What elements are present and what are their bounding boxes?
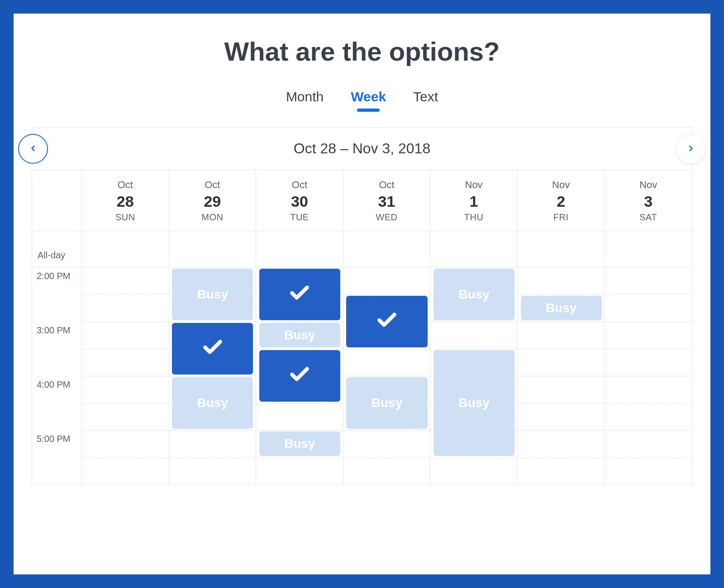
busy-slot[interactable]: Busy bbox=[259, 432, 340, 456]
busy-slot[interactable]: Busy bbox=[346, 377, 427, 429]
time-label: 5:00 PM bbox=[32, 430, 82, 457]
time-slot[interactable] bbox=[343, 267, 431, 294]
selected-slot[interactable] bbox=[259, 269, 340, 320]
time-slot[interactable] bbox=[82, 430, 169, 457]
busy-slot[interactable]: Busy bbox=[259, 323, 340, 347]
time-slot[interactable] bbox=[82, 457, 169, 484]
time-slot[interactable] bbox=[82, 294, 169, 322]
allday-cell[interactable] bbox=[256, 231, 343, 267]
busy-slot[interactable]: Busy bbox=[172, 377, 253, 429]
time-slot[interactable] bbox=[518, 376, 605, 403]
day-header[interactable]: Nov3SAT bbox=[605, 170, 692, 231]
allday-cell[interactable] bbox=[518, 231, 605, 267]
time-label bbox=[32, 294, 82, 322]
time-slot[interactable] bbox=[605, 349, 692, 376]
chevron-left-icon bbox=[29, 142, 38, 155]
date-range-label: Oct 28 – Nov 3, 2018 bbox=[32, 127, 692, 170]
day-number: 30 bbox=[256, 193, 343, 210]
time-label bbox=[32, 403, 82, 430]
time-slot[interactable] bbox=[343, 430, 431, 457]
selected-slot[interactable] bbox=[259, 350, 340, 402]
day-month: Oct bbox=[82, 179, 169, 191]
time-slot[interactable] bbox=[605, 376, 692, 403]
day-header[interactable]: Oct31WED bbox=[343, 170, 431, 231]
day-header[interactable]: Oct28SUN bbox=[82, 170, 169, 231]
time-slot[interactable] bbox=[518, 430, 605, 457]
day-number: 2 bbox=[518, 193, 605, 210]
view-tabs: Month Week Text bbox=[32, 89, 692, 109]
page-title: What are the options? bbox=[32, 36, 692, 66]
day-number: 31 bbox=[343, 193, 430, 210]
time-slot[interactable] bbox=[169, 457, 257, 484]
allday-cell[interactable] bbox=[169, 231, 257, 267]
time-slot[interactable] bbox=[605, 403, 692, 430]
time-slot[interactable] bbox=[518, 349, 605, 376]
allday-cell[interactable] bbox=[430, 231, 518, 267]
allday-cell[interactable] bbox=[82, 231, 169, 267]
next-week-button[interactable] bbox=[676, 134, 706, 164]
tab-text[interactable]: Text bbox=[413, 89, 438, 109]
gutter bbox=[32, 170, 82, 231]
day-weekday: SUN bbox=[82, 212, 169, 223]
busy-slot[interactable]: Busy bbox=[172, 269, 253, 320]
prev-week-button[interactable] bbox=[18, 134, 48, 164]
time-slot[interactable] bbox=[169, 430, 257, 457]
day-month: Oct bbox=[169, 179, 256, 191]
date-range-bar: Oct 28 – Nov 3, 2018 bbox=[32, 127, 692, 170]
time-slot[interactable] bbox=[256, 457, 343, 484]
day-weekday: TUE bbox=[256, 212, 343, 223]
day-header[interactable]: Oct29MON bbox=[169, 170, 257, 231]
time-slot[interactable] bbox=[256, 403, 343, 430]
allday-cell[interactable] bbox=[343, 231, 431, 267]
busy-slot[interactable]: Busy bbox=[433, 350, 514, 456]
time-slot[interactable] bbox=[605, 294, 692, 322]
day-number: 3 bbox=[605, 193, 692, 210]
time-slot[interactable] bbox=[82, 322, 169, 349]
time-slot[interactable] bbox=[430, 322, 518, 349]
time-slot[interactable] bbox=[605, 457, 692, 484]
check-icon bbox=[376, 309, 398, 335]
scheduling-panel: What are the options? Month Week Text Oc… bbox=[14, 14, 710, 574]
time-slot[interactable] bbox=[343, 457, 431, 484]
busy-label: Busy bbox=[197, 396, 228, 410]
busy-slot[interactable]: Busy bbox=[521, 296, 602, 320]
time-slot[interactable] bbox=[518, 267, 605, 294]
day-header[interactable]: Nov1THU bbox=[430, 170, 518, 231]
check-icon bbox=[201, 336, 224, 362]
time-slot[interactable] bbox=[82, 403, 169, 430]
busy-label: Busy bbox=[284, 328, 315, 342]
day-header-row: Oct28SUNOct29MONOct30TUEOct31WEDNov1THUN… bbox=[32, 170, 692, 231]
tab-month[interactable]: Month bbox=[286, 89, 324, 109]
busy-slot[interactable]: Busy bbox=[433, 269, 514, 320]
time-slot[interactable] bbox=[518, 403, 605, 430]
day-month: Nov bbox=[518, 179, 605, 191]
day-weekday: MON bbox=[169, 212, 256, 223]
check-icon bbox=[288, 282, 311, 308]
allday-cell[interactable] bbox=[605, 231, 692, 267]
time-slot[interactable] bbox=[82, 267, 169, 294]
busy-label: Busy bbox=[458, 287, 489, 302]
tab-week[interactable]: Week bbox=[351, 89, 386, 109]
chevron-right-icon bbox=[686, 142, 695, 155]
time-slot[interactable] bbox=[430, 457, 518, 484]
time-slot[interactable] bbox=[343, 349, 431, 376]
time-slot[interactable] bbox=[518, 322, 605, 349]
allday-row: All-day bbox=[32, 231, 692, 267]
time-slot[interactable] bbox=[605, 430, 692, 457]
day-header[interactable]: Oct30TUE bbox=[256, 170, 343, 231]
time-label bbox=[32, 349, 82, 376]
time-slot[interactable] bbox=[82, 376, 169, 403]
time-slot[interactable] bbox=[82, 349, 169, 376]
selected-slot[interactable] bbox=[172, 323, 253, 375]
time-slot[interactable] bbox=[518, 457, 605, 484]
time-slot[interactable] bbox=[605, 322, 692, 349]
busy-label: Busy bbox=[458, 396, 489, 410]
day-header[interactable]: Nov2FRI bbox=[518, 170, 605, 231]
selected-slot[interactable] bbox=[346, 296, 427, 347]
day-month: Nov bbox=[605, 179, 692, 191]
time-grid: 2:00 PM3:00 PM4:00 PM5:00 PM BusyBusyBus… bbox=[32, 267, 692, 484]
day-number: 29 bbox=[169, 193, 256, 210]
check-icon bbox=[288, 363, 311, 389]
day-weekday: WED bbox=[343, 212, 430, 223]
time-slot[interactable] bbox=[605, 267, 692, 294]
